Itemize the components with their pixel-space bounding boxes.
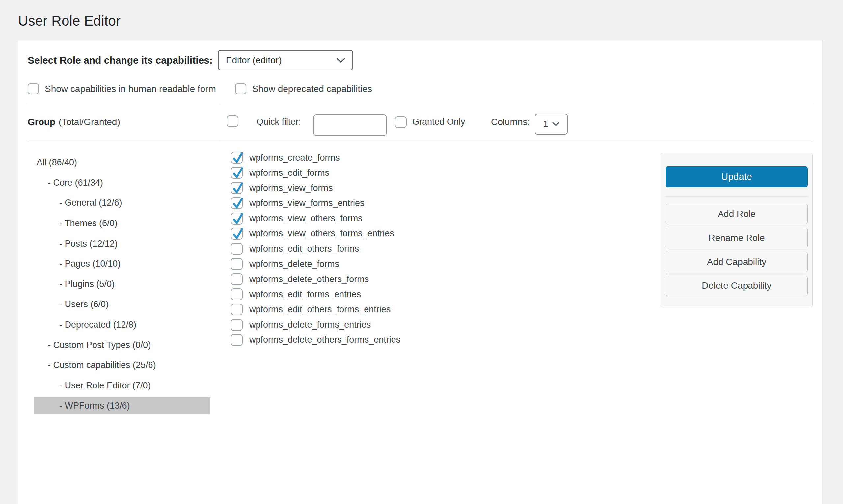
columns-label: Columns: [491, 103, 530, 141]
group-tree-item[interactable]: - Pages (10/10) [28, 254, 220, 274]
rename-role-button[interactable]: Rename Role [665, 228, 808, 248]
user-role-editor-panel: Select Role and change its capabilities:… [18, 40, 822, 504]
role-select-value: Editor (editor) [226, 55, 282, 66]
group-tree-item-label: - Core (61/34) [48, 178, 103, 188]
group-tree-item[interactable]: - Custom Post Types (0/0) [28, 335, 220, 355]
group-tree-item-label: - Custom capabilities (25/6) [48, 360, 156, 370]
check-icon [232, 226, 244, 240]
check-icon [232, 211, 244, 225]
capability-checkbox[interactable] [231, 182, 243, 194]
group-tree-item-label: - Plugins (5/0) [59, 279, 114, 289]
capability-label: wpforms_view_others_forms [249, 213, 362, 223]
deprecated-label: Show deprecated capabilities [252, 84, 372, 94]
group-tree-item[interactable]: - Posts (12/12) [28, 233, 220, 254]
deprecated-checkbox[interactable] [235, 83, 246, 94]
capability-checkbox[interactable] [231, 152, 243, 164]
capability-row: wpforms_view_others_forms [231, 211, 400, 226]
check-icon [232, 180, 244, 195]
add-role-button[interactable]: Add Role [665, 204, 808, 224]
group-header: Group (Total/Granted) [28, 103, 120, 141]
granted-only-option: Granted Only [395, 103, 465, 141]
capability-checkbox[interactable] [231, 213, 243, 224]
capability-checkbox[interactable] [231, 288, 243, 300]
capability-label: wpforms_view_others_forms_entries [249, 229, 394, 239]
capability-checkbox[interactable] [231, 273, 243, 285]
capability-row: wpforms_delete_forms_entries [231, 317, 400, 332]
group-tree-item[interactable]: - Themes (6/0) [28, 213, 220, 234]
group-tree-item[interactable]: - Custom capabilities (25/6) [28, 355, 220, 376]
capability-row: wpforms_edit_forms [231, 165, 400, 180]
group-tree-item-label: - Custom Post Types (0/0) [48, 340, 151, 350]
group-tree-item[interactable]: - WPForms (13/6) [34, 397, 211, 415]
group-tree-item-label: - Pages (10/10) [59, 259, 121, 269]
capability-label: wpforms_edit_others_forms [249, 244, 359, 254]
quick-filter-label: Quick filter: [256, 103, 301, 141]
capability-checkbox[interactable] [231, 334, 243, 346]
capability-label: wpforms_delete_others_forms_entries [249, 335, 400, 345]
human-readable-option: Show capabilities in human readable form [28, 83, 216, 94]
capability-row: wpforms_edit_forms_entries [231, 287, 400, 302]
capability-checkbox[interactable] [231, 243, 243, 255]
capability-label: wpforms_delete_forms_entries [249, 320, 371, 330]
capability-checkbox[interactable] [231, 319, 243, 331]
update-button[interactable]: Update [665, 166, 808, 187]
group-tree-item-label: - WPForms (13/6) [59, 401, 130, 411]
select-all-checkbox[interactable] [227, 115, 238, 127]
human-readable-checkbox[interactable] [28, 83, 39, 94]
capability-label: wpforms_view_forms [249, 183, 333, 193]
group-tree-item[interactable]: - Users (6/0) [28, 294, 220, 315]
capability-row: wpforms_delete_forms [231, 256, 400, 272]
capability-label: wpforms_edit_forms_entries [249, 289, 361, 300]
capability-label: wpforms_delete_forms [249, 259, 339, 269]
granted-only-label: Granted Only [412, 117, 465, 127]
capability-checkbox[interactable] [231, 197, 243, 209]
group-tree-item-label: - User Role Editor (7/0) [59, 381, 151, 391]
capability-checkbox[interactable] [231, 304, 243, 316]
group-tree-item[interactable]: - User Role Editor (7/0) [28, 376, 220, 396]
quick-filter-input[interactable] [313, 114, 387, 136]
capability-label: wpforms_view_forms_entries [249, 198, 364, 209]
capability-row: wpforms_delete_others_forms [231, 272, 400, 287]
group-tree-item-label: All (86/40) [37, 157, 77, 167]
group-tree-item[interactable]: - Core (61/34) [28, 173, 220, 193]
columns-select-value: 1 [543, 119, 548, 129]
group-tree-item[interactable]: - General (12/6) [28, 193, 220, 213]
capability-label: wpforms_create_forms [249, 153, 340, 163]
capability-label: wpforms_delete_others_forms [249, 274, 369, 284]
group-tree-item[interactable]: All (86/40) [28, 152, 220, 173]
chevron-down-icon [552, 122, 559, 126]
group-header-bold: Group [28, 117, 55, 127]
capability-row: wpforms_view_forms_entries [231, 196, 400, 211]
capability-row: wpforms_edit_others_forms_entries [231, 302, 400, 317]
role-selector-row: Select Role and change its capabilities:… [28, 50, 353, 70]
granted-only-checkbox[interactable] [395, 116, 407, 128]
capability-label: wpforms_edit_others_forms_entries [249, 305, 391, 315]
actions-separator [665, 196, 808, 197]
columns-select[interactable]: 1 [535, 113, 568, 134]
check-icon [232, 195, 244, 210]
capability-checkbox[interactable] [231, 167, 243, 179]
group-tree-item[interactable]: - Deprecated (12/8) [28, 315, 220, 335]
select-role-label: Select Role and change its capabilities: [28, 55, 213, 66]
deprecated-option: Show deprecated capabilities [235, 83, 372, 94]
group-tree-item-label: - Posts (12/12) [59, 239, 118, 249]
capability-row: wpforms_delete_others_forms_entries [231, 332, 400, 348]
add-capability-button[interactable]: Add Capability [665, 252, 808, 272]
role-select[interactable]: Editor (editor) [218, 50, 353, 70]
group-tree: All (86/40)- Core (61/34)- General (12/6… [28, 141, 220, 416]
group-tree-item-label: - Deprecated (12/8) [59, 320, 136, 330]
capability-row: wpforms_edit_others_forms [231, 241, 400, 256]
delete-capability-button[interactable]: Delete Capability [665, 275, 808, 296]
capability-row: wpforms_view_forms [231, 180, 400, 196]
page-title: User Role Editor [18, 13, 121, 29]
group-tree-item[interactable]: - Plugins (5/0) [28, 274, 220, 295]
group-tree-item-label: - Users (6/0) [59, 299, 109, 309]
group-tree-item-label: - General (12/6) [59, 198, 122, 208]
check-icon [232, 165, 244, 179]
capability-checkbox[interactable] [231, 258, 243, 270]
capabilities-list: wpforms_create_formswpforms_edit_formswp… [231, 150, 400, 348]
capability-checkbox[interactable] [231, 228, 243, 240]
capability-row: wpforms_create_forms [231, 150, 400, 165]
group-header-rest: (Total/Granted) [59, 117, 120, 127]
column-divider [220, 103, 220, 504]
